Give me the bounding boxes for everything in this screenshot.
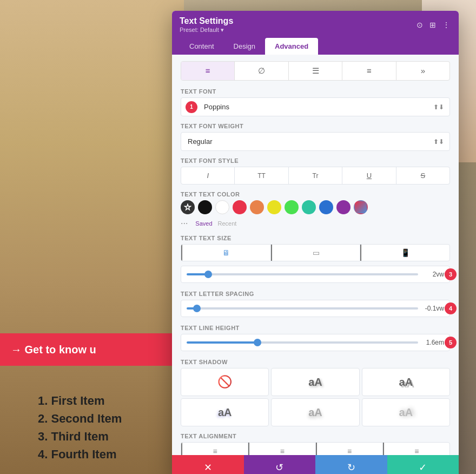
shadow-style-4[interactable]: aA xyxy=(271,398,359,426)
line-height-value: 1.6em xyxy=(422,339,444,346)
letter-spacing-slider-row: -0.1vw 4 xyxy=(181,300,450,317)
tab-recent[interactable]: Recent xyxy=(218,220,237,227)
more-icon-btn[interactable]: ⋮ xyxy=(441,19,451,30)
panel-body: ≡ ∅ ☰ ≡ » Text Font 1 Poppins Roboto Ope… xyxy=(172,55,459,455)
badge-4: 4 xyxy=(445,302,457,314)
panel-title: Text Settings xyxy=(180,16,233,26)
letter-spacing-slider[interactable] xyxy=(187,307,418,310)
sub-nav-quote[interactable]: » xyxy=(396,62,449,80)
line-height-label: Text Line Height xyxy=(181,325,450,331)
style-strikethrough[interactable]: S xyxy=(396,167,449,184)
shadow-style-1[interactable]: aA xyxy=(271,368,359,396)
text-size-value: 2vw xyxy=(422,271,444,278)
text-size-label: Text Text Size xyxy=(181,235,450,241)
text-font-label: Text Font xyxy=(181,88,450,95)
reset-icon-btn[interactable]: ⊙ xyxy=(415,19,424,30)
panel-tabs: Content Design Advanced xyxy=(180,38,451,55)
shadow-none[interactable]: 🚫 xyxy=(181,368,269,396)
text-color-label: Text Text Color xyxy=(181,191,450,198)
text-font-weight-label: Text Font Weight xyxy=(181,123,450,129)
more-colors-btn[interactable]: ··· xyxy=(181,219,188,228)
panel-preset[interactable]: Preset: Default ▾ xyxy=(180,27,233,34)
swatch-blue[interactable] xyxy=(319,200,333,214)
swatch-gradient[interactable] xyxy=(354,200,368,214)
swatch-white[interactable] xyxy=(215,200,229,214)
sub-nav-list[interactable]: ☰ xyxy=(289,62,342,80)
text-font-field: 1 Poppins Roboto Open Sans ⬆⬇ xyxy=(181,97,450,116)
panel-icon-group: ⊙ ⊞ ⋮ xyxy=(415,19,451,30)
cancel-button[interactable]: ✕ xyxy=(172,455,244,474)
swatch-teal[interactable] xyxy=(302,200,316,214)
text-shadow-options: 🚫 aA aA aA aA aA xyxy=(181,368,450,426)
color-extra-row: ··· Saved Recent xyxy=(181,219,450,228)
tab-design[interactable]: Design xyxy=(224,38,265,55)
sub-nav-link[interactable]: ∅ xyxy=(235,62,288,80)
tab-content[interactable]: Content xyxy=(180,38,224,55)
text-size-slider-container: 2vw xyxy=(181,266,450,283)
badge-1: 1 xyxy=(186,101,197,113)
align-justify[interactable]: ≡ xyxy=(383,443,449,455)
tab-saved[interactable]: Saved xyxy=(195,220,212,227)
tab-advanced[interactable]: Advanced xyxy=(265,38,318,55)
swatch-black[interactable] xyxy=(198,200,212,214)
letter-spacing-slider-container: -0.1vw xyxy=(181,300,450,317)
reset-button[interactable]: ↺ xyxy=(244,455,316,474)
list-preview: 1. First Item 2. Second Item 3. Third It… xyxy=(38,392,122,463)
sub-nav-paragraph[interactable]: ≡ xyxy=(181,62,235,80)
line-height-slider-row: 1.6em 5 xyxy=(181,334,450,351)
swatch-yellow[interactable] xyxy=(267,200,281,214)
swatch-orange[interactable] xyxy=(250,200,264,214)
color-picker-btn[interactable] xyxy=(181,200,195,214)
cta-bar: → Get to know u xyxy=(0,333,173,366)
style-italic[interactable]: I xyxy=(181,167,235,184)
swatch-purple[interactable] xyxy=(336,200,351,214)
shadow-style-3[interactable]: aA xyxy=(181,398,269,426)
save-button[interactable]: ✓ xyxy=(387,455,459,474)
saved-recent-tabs: Saved Recent xyxy=(195,220,236,227)
text-font-select[interactable]: Poppins Roboto Open Sans xyxy=(197,98,428,116)
text-font-weight-field: Regular Bold Light ⬆⬇ xyxy=(181,132,450,151)
weight-select-chevron: ⬆⬇ xyxy=(428,138,449,146)
text-alignment-options: ≡ ≡ ≡ ≡ xyxy=(181,442,450,455)
text-size-slider-row: 2vw 3 xyxy=(181,266,450,283)
text-shadow-label: Text Shadow xyxy=(181,359,450,365)
swatch-red[interactable] xyxy=(233,200,247,214)
text-font-weight-select[interactable]: Regular Bold Light xyxy=(181,133,428,150)
shadow-style-2[interactable]: aA xyxy=(362,368,450,396)
letter-spacing-label: Text Letter Spacing xyxy=(181,291,450,297)
redo-button[interactable]: ↻ xyxy=(315,455,387,474)
device-mobile[interactable]: 📱 xyxy=(360,245,449,261)
text-alignment-label: Text Alignment xyxy=(181,433,450,439)
align-left[interactable]: ≡ xyxy=(181,443,248,455)
text-size-slider[interactable] xyxy=(187,273,418,275)
text-font-style-label: Text Font Style xyxy=(181,157,450,164)
align-right[interactable]: ≡ xyxy=(316,443,383,455)
sub-navigation: ≡ ∅ ☰ ≡ » xyxy=(181,61,450,81)
font-select-chevron: ⬆⬇ xyxy=(428,103,449,111)
device-desktop[interactable]: 🖥 xyxy=(181,245,271,261)
style-uppercase[interactable]: TT xyxy=(235,167,288,184)
align-center[interactable]: ≡ xyxy=(248,443,315,455)
color-swatches-row xyxy=(181,200,450,214)
panel-header: Text Settings Preset: Default ▾ ⊙ ⊞ ⋮ Co… xyxy=(172,11,459,55)
line-height-slider[interactable] xyxy=(187,341,418,344)
sub-nav-ol[interactable]: ≡ xyxy=(342,62,396,80)
badge-5: 5 xyxy=(445,337,457,348)
device-selector: 🖥 ▭ 📱 xyxy=(181,244,450,261)
panel-footer: ✕ ↺ ↻ ✓ xyxy=(172,455,459,474)
font-style-buttons: I TT Tr U S xyxy=(181,167,450,185)
badge-3: 3 xyxy=(445,268,457,280)
line-height-slider-container: 1.6em xyxy=(181,334,450,351)
device-tablet[interactable]: ▭ xyxy=(271,245,361,261)
style-capitalize[interactable]: Tr xyxy=(289,167,342,184)
text-settings-panel: Text Settings Preset: Default ▾ ⊙ ⊞ ⋮ Co… xyxy=(172,11,459,474)
swatch-green[interactable] xyxy=(285,200,299,214)
shadow-style-5[interactable]: aA xyxy=(362,398,450,426)
panel-title-area: Text Settings Preset: Default ▾ xyxy=(180,16,233,34)
style-underline[interactable]: U xyxy=(342,167,396,184)
letter-spacing-value: -0.1vw xyxy=(422,305,444,312)
expand-icon-btn[interactable]: ⊞ xyxy=(428,19,437,30)
